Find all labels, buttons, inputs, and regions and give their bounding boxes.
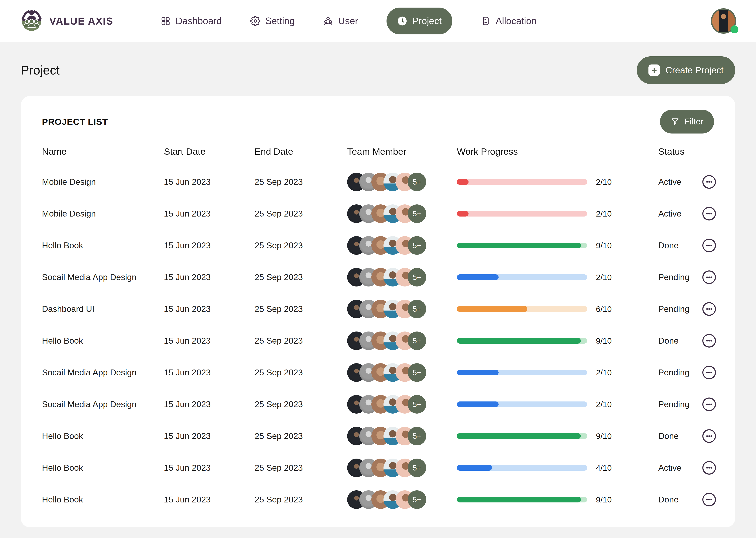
row-more-button[interactable]	[702, 301, 717, 316]
team-members: 5+	[347, 395, 457, 413]
progress-track	[457, 402, 587, 407]
ellipsis-icon	[702, 397, 717, 412]
nav-item-allocation[interactable]: Allocation	[481, 16, 537, 27]
table-row: Hello Book 15 Jun 2023 25 Sep 2023 5+ 4/…	[42, 452, 714, 484]
progress-label: 2/10	[596, 368, 612, 377]
row-more-button[interactable]	[702, 365, 717, 380]
gear-icon	[250, 16, 260, 26]
progress-label: 2/10	[596, 400, 612, 409]
extra-members-badge: 5+	[408, 427, 426, 445]
panel-title: PROJECT LIST	[42, 117, 108, 127]
start-date: 15 Jun 2023	[164, 209, 255, 219]
status-text: Pending	[658, 272, 702, 282]
row-more-button[interactable]	[702, 460, 717, 475]
progress-track	[457, 179, 587, 185]
nav-label: Project	[412, 16, 442, 27]
team-members: 5+	[347, 427, 457, 445]
progress-track	[457, 242, 587, 248]
progress-track	[457, 274, 587, 280]
progress-label: 9/10	[596, 495, 612, 504]
progress-label: 2/10	[596, 273, 612, 282]
end-date: 25 Sep 2023	[255, 272, 347, 282]
work-progress: 9/10	[457, 432, 658, 441]
project-name: Socail Media App Design	[42, 368, 164, 377]
project-name: Dashboard UI	[42, 304, 164, 314]
create-project-button[interactable]: + Create Project	[637, 56, 735, 84]
table-row: Mobile Design 15 Jun 2023 25 Sep 2023 5+…	[42, 198, 714, 230]
extra-members-badge: 5+	[408, 332, 426, 350]
status-text: Active	[658, 177, 702, 187]
nav-item-user[interactable]: User	[323, 16, 358, 27]
start-date: 15 Jun 2023	[164, 241, 255, 250]
brand-logo[interactable]: VALUE AXIS	[20, 9, 113, 33]
grid-icon	[161, 16, 171, 26]
nav-item-setting[interactable]: Setting	[250, 16, 295, 27]
status-text: Pending	[658, 304, 702, 314]
project-name: Hello Book	[42, 463, 164, 473]
progress-fill	[457, 306, 527, 312]
filter-button[interactable]: Filter	[660, 110, 714, 134]
extra-members-badge: 5+	[408, 268, 426, 287]
nav-label: Dashboard	[175, 16, 222, 27]
ellipsis-icon	[702, 429, 717, 444]
progress-fill	[457, 338, 581, 344]
table-row: Socail Media App Design 15 Jun 2023 25 S…	[42, 261, 714, 293]
end-date: 25 Sep 2023	[255, 177, 347, 187]
progress-fill	[457, 242, 581, 248]
panel-header: PROJECT LIST Filter	[42, 110, 714, 134]
work-progress: 9/10	[457, 241, 658, 250]
table-header-row: Name Start Date End Date Team Member Wor…	[42, 141, 714, 162]
progress-label: 4/10	[596, 463, 612, 472]
work-progress: 2/10	[457, 368, 658, 377]
team-members: 5+	[347, 332, 457, 350]
ellipsis-icon	[702, 365, 717, 380]
progress-fill	[457, 274, 498, 280]
extra-members-badge: 5+	[408, 395, 426, 413]
row-more-button[interactable]	[702, 333, 717, 348]
nav-item-project[interactable]: Project	[387, 8, 452, 34]
extra-members-badge: 5+	[408, 458, 426, 477]
ellipsis-icon	[702, 333, 717, 348]
progress-label: 2/10	[596, 177, 612, 187]
end-date: 25 Sep 2023	[255, 368, 347, 377]
start-date: 15 Jun 2023	[164, 400, 255, 409]
row-more-button[interactable]	[702, 238, 717, 253]
plus-icon: +	[648, 65, 660, 76]
progress-track	[457, 370, 587, 375]
create-project-label: Create Project	[665, 65, 724, 76]
progress-track	[457, 306, 587, 312]
row-more-button[interactable]	[702, 397, 717, 412]
progress-track	[457, 465, 587, 471]
row-more-button[interactable]	[702, 492, 717, 507]
funnel-icon	[671, 117, 680, 126]
team-members: 5+	[347, 363, 457, 382]
progress-fill	[457, 497, 581, 503]
row-more-button[interactable]	[702, 175, 717, 189]
extra-members-badge: 5+	[408, 173, 426, 191]
row-more-button[interactable]	[702, 206, 717, 221]
project-name: Socail Media App Design	[42, 272, 164, 282]
ellipsis-icon	[702, 492, 717, 507]
start-date: 15 Jun 2023	[164, 463, 255, 473]
row-more-button[interactable]	[702, 429, 717, 444]
team-members: 5+	[347, 490, 457, 509]
status-text: Active	[658, 463, 702, 473]
progress-label: 6/10	[596, 304, 612, 314]
ellipsis-icon	[702, 301, 717, 316]
row-more-button[interactable]	[702, 270, 717, 285]
nav-item-dashboard[interactable]: Dashboard	[161, 16, 222, 27]
start-date: 15 Jun 2023	[164, 177, 255, 187]
value-axis-logo-icon	[20, 9, 43, 33]
online-status-dot	[731, 25, 738, 33]
progress-label: 9/10	[596, 336, 612, 346]
column-header-team-member: Team Member	[347, 146, 457, 157]
start-date: 15 Jun 2023	[164, 336, 255, 346]
table-row: Socail Media App Design 15 Jun 2023 25 S…	[42, 357, 714, 388]
table-body: Mobile Design 15 Jun 2023 25 Sep 2023 5+…	[42, 166, 714, 515]
end-date: 25 Sep 2023	[255, 495, 347, 505]
profile-avatar[interactable]	[711, 8, 736, 34]
team-members: 5+	[347, 204, 457, 223]
extra-members-badge: 5+	[408, 363, 426, 382]
extra-members-badge: 5+	[408, 490, 426, 509]
file-icon	[481, 16, 491, 26]
